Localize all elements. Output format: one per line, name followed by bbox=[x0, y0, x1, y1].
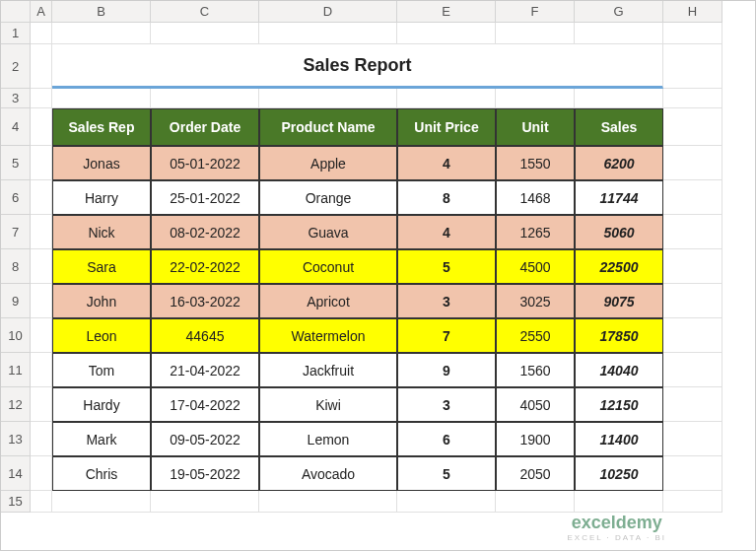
data-cell-product[interactable]: Kiwi bbox=[259, 387, 397, 422]
data-cell-unit[interactable]: 1265 bbox=[496, 215, 575, 249]
data-cell-unit[interactable]: 2550 bbox=[496, 318, 575, 353]
data-cell-unit[interactable]: 1560 bbox=[496, 353, 575, 387]
data-cell-product[interactable]: Guava bbox=[259, 215, 397, 249]
cell[interactable] bbox=[663, 89, 722, 108]
data-cell-price[interactable]: 5 bbox=[397, 456, 496, 491]
cell[interactable] bbox=[52, 89, 151, 108]
row-header-8[interactable]: 8 bbox=[1, 249, 31, 284]
cell[interactable] bbox=[151, 23, 259, 44]
data-cell-rep[interactable]: Harry bbox=[52, 180, 151, 215]
cell[interactable] bbox=[496, 89, 575, 108]
cell[interactable] bbox=[663, 44, 722, 89]
data-cell-sales[interactable]: 6200 bbox=[575, 146, 663, 180]
row-header-7[interactable]: 7 bbox=[1, 215, 31, 249]
cell[interactable] bbox=[575, 89, 663, 108]
cell[interactable] bbox=[31, 146, 52, 180]
row-header-5[interactable]: 5 bbox=[1, 146, 31, 180]
data-cell-price[interactable]: 7 bbox=[397, 318, 496, 353]
cell[interactable] bbox=[663, 456, 722, 491]
cell[interactable] bbox=[31, 215, 52, 249]
row-header-13[interactable]: 13 bbox=[1, 422, 31, 456]
cell[interactable] bbox=[663, 23, 722, 44]
cell[interactable] bbox=[663, 387, 722, 422]
data-cell-sales[interactable]: 12150 bbox=[575, 387, 663, 422]
data-cell-product[interactable]: Avocado bbox=[259, 456, 397, 491]
row-header-9[interactable]: 9 bbox=[1, 284, 31, 318]
row-header-11[interactable]: 11 bbox=[1, 353, 31, 387]
table-header[interactable]: Product Name bbox=[259, 108, 397, 146]
cell[interactable] bbox=[31, 491, 52, 513]
cell[interactable] bbox=[31, 318, 52, 353]
data-cell-date[interactable]: 44645 bbox=[151, 318, 259, 353]
row-header-4[interactable]: 4 bbox=[1, 108, 31, 146]
data-cell-price[interactable]: 5 bbox=[397, 249, 496, 284]
data-cell-date[interactable]: 16-03-2022 bbox=[151, 284, 259, 318]
cell[interactable] bbox=[31, 249, 52, 284]
row-header-6[interactable]: 6 bbox=[1, 180, 31, 215]
cell[interactable] bbox=[31, 23, 52, 44]
cell[interactable] bbox=[151, 89, 259, 108]
cell[interactable] bbox=[31, 180, 52, 215]
data-cell-rep[interactable]: Tom bbox=[52, 353, 151, 387]
data-cell-date[interactable]: 05-01-2022 bbox=[151, 146, 259, 180]
data-cell-unit[interactable]: 3025 bbox=[496, 284, 575, 318]
data-cell-unit[interactable]: 4050 bbox=[496, 387, 575, 422]
row-header-15[interactable]: 15 bbox=[1, 491, 31, 513]
data-cell-rep[interactable]: Chris bbox=[52, 456, 151, 491]
row-header-1[interactable]: 1 bbox=[1, 23, 31, 44]
data-cell-sales[interactable]: 22500 bbox=[575, 249, 663, 284]
cell[interactable] bbox=[663, 108, 722, 146]
cell[interactable] bbox=[259, 23, 397, 44]
cell[interactable] bbox=[663, 180, 722, 215]
data-cell-rep[interactable]: John bbox=[52, 284, 151, 318]
cell[interactable] bbox=[31, 353, 52, 387]
data-cell-product[interactable]: Orange bbox=[259, 180, 397, 215]
data-cell-product[interactable]: Apple bbox=[259, 146, 397, 180]
row-header-12[interactable]: 12 bbox=[1, 387, 31, 422]
data-cell-sales[interactable]: 11744 bbox=[575, 180, 663, 215]
data-cell-unit[interactable]: 1468 bbox=[496, 180, 575, 215]
col-header-H[interactable]: H bbox=[663, 1, 722, 23]
cell[interactable] bbox=[397, 491, 496, 513]
data-cell-sales[interactable]: 17850 bbox=[575, 318, 663, 353]
data-cell-product[interactable]: Coconut bbox=[259, 249, 397, 284]
data-cell-date[interactable]: 17-04-2022 bbox=[151, 387, 259, 422]
table-header[interactable]: Sales Rep bbox=[52, 108, 151, 146]
col-header-B[interactable]: B bbox=[52, 1, 151, 23]
row-header-10[interactable]: 10 bbox=[1, 318, 31, 353]
data-cell-sales[interactable]: 9075 bbox=[575, 284, 663, 318]
col-header-D[interactable]: D bbox=[259, 1, 397, 23]
title-cell[interactable]: Sales Report bbox=[52, 44, 663, 89]
cell[interactable] bbox=[52, 491, 151, 513]
col-header-F[interactable]: F bbox=[496, 1, 575, 23]
select-all-corner[interactable] bbox=[1, 1, 31, 23]
cell[interactable] bbox=[496, 23, 575, 44]
cell[interactable] bbox=[31, 422, 52, 456]
data-cell-product[interactable]: Watermelon bbox=[259, 318, 397, 353]
cell[interactable] bbox=[663, 491, 722, 513]
cell[interactable] bbox=[259, 491, 397, 513]
data-cell-unit[interactable]: 1550 bbox=[496, 146, 575, 180]
row-header-2[interactable]: 2 bbox=[1, 44, 31, 89]
data-cell-price[interactable]: 3 bbox=[397, 284, 496, 318]
cell[interactable] bbox=[31, 284, 52, 318]
data-cell-unit[interactable]: 2050 bbox=[496, 456, 575, 491]
col-header-A[interactable]: A bbox=[31, 1, 52, 23]
data-cell-date[interactable]: 08-02-2022 bbox=[151, 215, 259, 249]
cell[interactable] bbox=[663, 146, 722, 180]
table-header[interactable]: Order Date bbox=[151, 108, 259, 146]
table-header[interactable]: Unit Price bbox=[397, 108, 496, 146]
data-cell-rep[interactable]: Hardy bbox=[52, 387, 151, 422]
data-cell-sales[interactable]: 11400 bbox=[575, 422, 663, 456]
data-cell-price[interactable]: 4 bbox=[397, 146, 496, 180]
cell[interactable] bbox=[663, 422, 722, 456]
data-cell-date[interactable]: 09-05-2022 bbox=[151, 422, 259, 456]
data-cell-sales[interactable]: 5060 bbox=[575, 215, 663, 249]
data-cell-product[interactable]: Lemon bbox=[259, 422, 397, 456]
data-cell-sales[interactable]: 14040 bbox=[575, 353, 663, 387]
cell[interactable] bbox=[663, 284, 722, 318]
data-cell-price[interactable]: 4 bbox=[397, 215, 496, 249]
data-cell-price[interactable]: 6 bbox=[397, 422, 496, 456]
data-cell-product[interactable]: Jackfruit bbox=[259, 353, 397, 387]
cell[interactable] bbox=[575, 491, 663, 513]
